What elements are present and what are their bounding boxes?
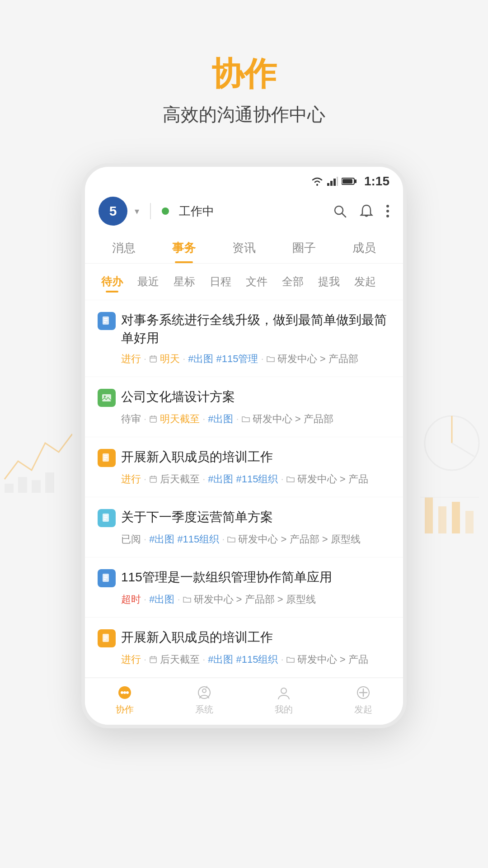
tab-news[interactable]: 资讯 [214, 233, 274, 263]
tab-members[interactable]: 成员 [334, 233, 394, 263]
list-item[interactable]: 关于下一季度运营简单方案 已阅 · #出图 #115组织 · 研发中心 > 产品… [85, 497, 403, 557]
phone-mockup: 1:15 5 ▾ 工作中 [81, 163, 407, 728]
task-title: 115管理是一款组织管理协作简单应用 [121, 568, 390, 586]
chat-icon [117, 684, 133, 701]
user-icon [276, 684, 292, 701]
task-status: 进行 [121, 653, 141, 666]
header-actions [333, 204, 389, 218]
task-title: 开展新入职成员的培训工作 [121, 448, 390, 466]
svg-point-24 [386, 215, 389, 217]
list-item[interactable]: 115管理是一款组织管理协作简单应用 超时 · #出图 · 研发中心 > 产品部… [85, 557, 403, 618]
list-item[interactable]: 开展新入职成员的培训工作 进行 · 后天截至 · #出图 #115组织 · 研发… [85, 437, 403, 497]
task-title: 公司文化墙设计方案 [121, 388, 390, 406]
filter-recent[interactable]: 最近 [130, 271, 166, 292]
svg-point-34 [104, 396, 106, 397]
svg-rect-15 [333, 179, 336, 186]
folder-icon [242, 415, 250, 423]
task-icon-doc2 [98, 509, 116, 527]
task-path: 研发中心 > 产品部 > 原型线 [238, 533, 360, 546]
task-tag: #出图 [208, 412, 233, 426]
chevron-down-icon[interactable]: ▾ [135, 206, 139, 217]
task-tag: #出图 [149, 533, 174, 546]
tab-messages[interactable]: 消息 [94, 233, 154, 263]
filter-files[interactable]: 文件 [239, 271, 275, 292]
filter-pending[interactable]: 待办 [94, 271, 130, 292]
task-icon-doc [98, 312, 116, 330]
task-path: 研发中心 > 产品部 > 原型线 [194, 593, 316, 606]
task-meta: 超时 · #出图 · 研发中心 > 产品部 > 原型线 [98, 593, 390, 606]
svg-rect-18 [343, 179, 352, 184]
task-meta: 进行 · 后天截至 · #出图 #115组织 · 研发中心 > 产品 [98, 653, 390, 666]
wifi-icon [311, 176, 324, 186]
page-subtitle: 高效的沟通协作中心 [0, 102, 488, 127]
nav-label-collaboration: 协作 [116, 703, 134, 716]
svg-rect-14 [330, 181, 333, 186]
avatar[interactable]: 5 [99, 197, 127, 226]
task-tag: #出图 [208, 472, 233, 486]
more-icon[interactable] [386, 204, 389, 218]
task-tag2: #115组织 [177, 533, 219, 546]
task-list: 对事务系统进行全线升级，做到最简单做到最简单好用 进行 · 明天 · #出图 #… [85, 300, 403, 677]
tab-tasks[interactable]: 事务 [154, 233, 214, 263]
svg-line-21 [342, 213, 346, 217]
status-indicator [162, 208, 169, 215]
task-meta: 已阅 · #出图 #115组织 · 研发中心 > 产品部 > 原型线 [98, 533, 390, 546]
filter-all[interactable]: 全部 [275, 271, 311, 292]
svg-point-64 [121, 691, 123, 694]
svg-rect-35 [150, 416, 156, 422]
tab-circle[interactable]: 圈子 [274, 233, 334, 263]
svg-rect-19 [355, 179, 357, 183]
task-meta: 进行 · 后天截至 · #出图 #115组织 · 研发中心 > 产品 [98, 472, 390, 486]
task-status: 已阅 [121, 533, 141, 546]
folder-icon [286, 656, 295, 663]
task-icon-image [98, 389, 116, 407]
task-title: 关于下一季度运营简单方案 [121, 508, 390, 526]
calendar-icon [149, 415, 157, 423]
svg-rect-33 [102, 394, 111, 401]
task-status: 进行 [121, 472, 141, 486]
task-path: 研发中心 > 产品部 [277, 352, 358, 366]
filter-mention[interactable]: 提我 [311, 271, 347, 292]
list-item[interactable]: 对事务系统进行全线升级，做到最简单做到最简单好用 进行 · 明天 · #出图 #… [85, 300, 403, 377]
svg-point-68 [202, 689, 206, 693]
nav-label-create: 发起 [354, 703, 372, 716]
nav-item-collaboration[interactable]: 协作 [85, 684, 164, 716]
nav-item-create[interactable]: 发起 [324, 684, 403, 716]
filter-schedule[interactable]: 日程 [202, 271, 239, 292]
svg-rect-59 [150, 657, 156, 663]
battery-icon [342, 177, 357, 185]
signal-icon [327, 177, 338, 186]
bottom-nav: 协作 系统 我的 [85, 678, 403, 725]
divider [150, 203, 151, 219]
folder-icon [286, 476, 295, 483]
task-tag: #出图 [149, 593, 174, 606]
svg-point-22 [386, 205, 389, 208]
task-status: 待审 [121, 412, 141, 426]
calendar-icon [149, 355, 157, 363]
folder-icon [267, 355, 275, 363]
task-deadline: 明天 [160, 352, 180, 366]
search-icon[interactable] [333, 204, 347, 218]
task-tag: #出图 [188, 352, 213, 366]
svg-point-65 [123, 691, 126, 694]
svg-point-23 [386, 210, 389, 212]
filter-starred[interactable]: 星标 [166, 271, 202, 292]
list-item[interactable]: 开展新入职成员的培训工作 进行 · 后天截至 · #出图 #115组织 · 研发… [85, 618, 403, 678]
list-item[interactable]: 公司文化墙设计方案 待审 · 明天截至 · #出图 · 研发中心 > 产品部 [85, 377, 403, 437]
nav-tabs: 消息 事务 资讯 圈子 成员 [85, 233, 403, 264]
nav-item-system[interactable]: 系统 [164, 684, 244, 716]
task-title: 开展新入职成员的培训工作 [121, 628, 390, 646]
bell-icon[interactable] [360, 204, 373, 218]
svg-rect-29 [150, 356, 156, 362]
folder-icon [227, 536, 235, 543]
nav-item-profile[interactable]: 我的 [244, 684, 324, 716]
svg-rect-16 [337, 177, 338, 186]
task-path: 研发中心 > 产品部 [253, 412, 333, 426]
nav-label-system: 系统 [195, 703, 213, 716]
task-title: 对事务系统进行全线升级，做到最简单做到最简单好用 [121, 311, 390, 346]
filter-created[interactable]: 发起 [347, 271, 383, 292]
task-path: 研发中心 > 产品 [297, 653, 368, 666]
task-tag2: #115组织 [236, 472, 278, 486]
task-meta: 进行 · 明天 · #出图 #115管理 · 研发中心 > 产品部 [98, 352, 390, 366]
svg-rect-13 [327, 183, 329, 186]
